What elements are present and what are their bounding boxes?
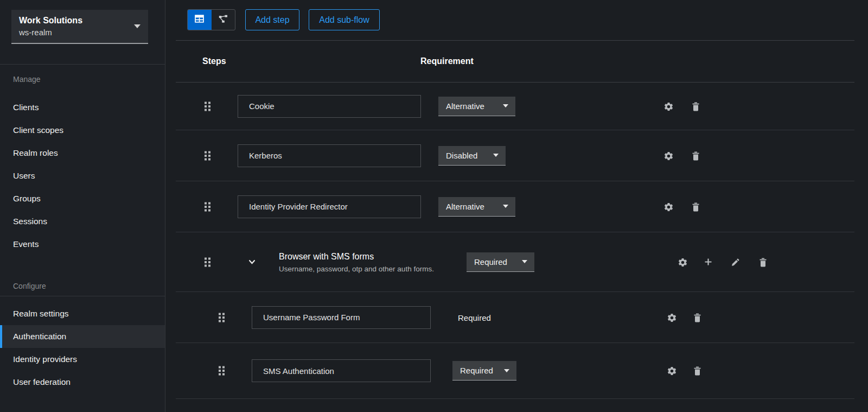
settings-button[interactable]	[664, 102, 673, 111]
step-name: SMS Authentication	[263, 366, 334, 376]
realm-switcher-realm-name: ws-realm	[19, 27, 134, 38]
sidebar-item-identity-providers[interactable]: Identity providers	[0, 348, 165, 371]
pencil-icon	[731, 258, 740, 267]
view-mode-toggle-group	[187, 9, 235, 30]
settings-button[interactable]	[664, 202, 673, 211]
sidebar-item-groups[interactable]: Groups	[0, 187, 165, 210]
step-name: Cookie	[249, 102, 275, 111]
step-row: SMS Authentication Required	[176, 343, 854, 399]
sidebar-item-realm-roles[interactable]: Realm roles	[0, 142, 165, 164]
edit-button[interactable]	[731, 258, 740, 267]
trash-icon	[693, 366, 701, 376]
step-row: Identity Provider Redirector Alternative	[176, 181, 854, 232]
trash-icon	[692, 151, 700, 161]
drag-handle[interactable]	[218, 312, 225, 322]
gear-icon	[667, 366, 676, 376]
gear-icon	[664, 102, 673, 111]
chevron-down-icon[interactable]	[248, 259, 256, 264]
requirement-select[interactable]: Disabled	[438, 146, 506, 166]
requirement-value: Disabled	[446, 151, 477, 160]
settings-button[interactable]	[667, 366, 676, 375]
step-row: Kerberos Disabled	[176, 130, 854, 181]
flow-table-header: Steps Requirement	[176, 40, 854, 83]
sidebar-divider	[0, 296, 165, 296]
drag-handle[interactable]	[204, 150, 211, 161]
nav-list-configure: Realm settingsAuthenticationIdentity pro…	[0, 302, 165, 394]
gear-icon	[664, 202, 673, 212]
step-name: Username Password Form	[263, 313, 360, 322]
step-name-box: Kerberos	[238, 144, 421, 167]
nav-section-configure: Configure	[13, 282, 46, 290]
trash-icon	[692, 202, 700, 212]
delete-button[interactable]	[692, 102, 700, 111]
drag-handle[interactable]	[204, 257, 211, 267]
step-name: Identity Provider Redirector	[249, 202, 348, 211]
delete-button[interactable]	[759, 258, 768, 267]
realm-switcher-title: Work Solutions	[19, 15, 134, 27]
requirement-value: Alternative	[446, 102, 484, 111]
caret-down-icon	[134, 24, 141, 28]
step-name-box: Identity Provider Redirector	[238, 195, 421, 218]
nav-list-manage: ClientsClient scopesRealm rolesUsersGrou…	[0, 96, 165, 256]
step-name-box: SMS Authentication	[252, 359, 431, 382]
sidebar-item-events[interactable]: Events	[0, 233, 165, 256]
sidebar-item-authentication[interactable]: Authentication	[0, 325, 165, 348]
subflow-title-block: Browser with SMS forms Username, passwor…	[279, 251, 434, 272]
column-header-steps: Steps	[202, 56, 226, 66]
subflow-row: Browser with SMS forms Username, passwor…	[176, 232, 854, 292]
column-header-requirement: Requirement	[420, 56, 474, 66]
sidebar-item-users[interactable]: Users	[0, 164, 165, 187]
delete-button[interactable]	[693, 366, 702, 375]
sidebar-divider	[0, 64, 165, 65]
drag-handle[interactable]	[204, 101, 211, 111]
step-name: Kerberos	[249, 151, 282, 160]
settings-button[interactable]	[664, 151, 673, 160]
diagram-view-icon	[219, 15, 228, 26]
step-row: Cookie Alternative	[176, 83, 854, 130]
requirement-select[interactable]: Alternative	[438, 97, 515, 116]
sidebar-item-clients[interactable]: Clients	[0, 96, 165, 119]
requirement-select[interactable]: Required	[467, 252, 534, 272]
step-row: Username Password Form Required	[176, 292, 854, 343]
add-step-button[interactable]	[704, 258, 713, 267]
flow-table-body: Cookie Alternative Kerberos Disabled Ide…	[176, 83, 854, 399]
add-step-button[interactable]: Add step	[245, 9, 299, 30]
trash-icon	[692, 102, 700, 111]
sidebar-item-client-scopes[interactable]: Client scopes	[0, 119, 165, 142]
subflow-name: Browser with SMS forms	[279, 251, 434, 261]
settings-button[interactable]	[667, 313, 676, 322]
requirement-value: Required	[474, 257, 507, 267]
sidebar-item-realm-settings[interactable]: Realm settings	[0, 302, 165, 325]
requirement-value: Required	[460, 366, 493, 375]
realm-switcher[interactable]: Work Solutions ws-realm	[11, 10, 148, 44]
gear-icon	[678, 258, 687, 267]
step-name-box: Username Password Form	[252, 306, 431, 329]
sidebar: Work Solutions ws-realm Manage ClientsCl…	[0, 0, 165, 412]
requirement-value: Required	[458, 313, 491, 322]
nav-section-manage: Manage	[13, 75, 41, 84]
gear-icon	[664, 151, 673, 161]
sidebar-item-sessions[interactable]: Sessions	[0, 210, 165, 233]
subflow-description: Username, password, otp and other auth f…	[279, 264, 434, 272]
delete-button[interactable]	[692, 202, 700, 211]
diagram-view-toggle-button[interactable]	[212, 10, 235, 30]
requirement-select[interactable]: Required	[452, 361, 516, 381]
table-view-toggle-button[interactable]	[188, 10, 212, 30]
delete-button[interactable]	[693, 313, 702, 322]
plus-icon	[704, 258, 712, 266]
step-name-box: Cookie	[238, 95, 421, 118]
table-view-icon	[195, 15, 204, 25]
delete-button[interactable]	[692, 151, 700, 160]
settings-button[interactable]	[678, 258, 687, 267]
trash-icon	[759, 258, 767, 267]
drag-handle[interactable]	[204, 201, 211, 212]
gear-icon	[667, 313, 676, 322]
drag-handle[interactable]	[218, 366, 225, 376]
trash-icon	[693, 313, 701, 322]
requirement-select[interactable]: Alternative	[438, 197, 515, 217]
sidebar-item-user-federation[interactable]: User federation	[0, 371, 165, 394]
requirement-value: Alternative	[446, 202, 484, 211]
add-subflow-button[interactable]: Add sub-flow	[309, 9, 380, 30]
